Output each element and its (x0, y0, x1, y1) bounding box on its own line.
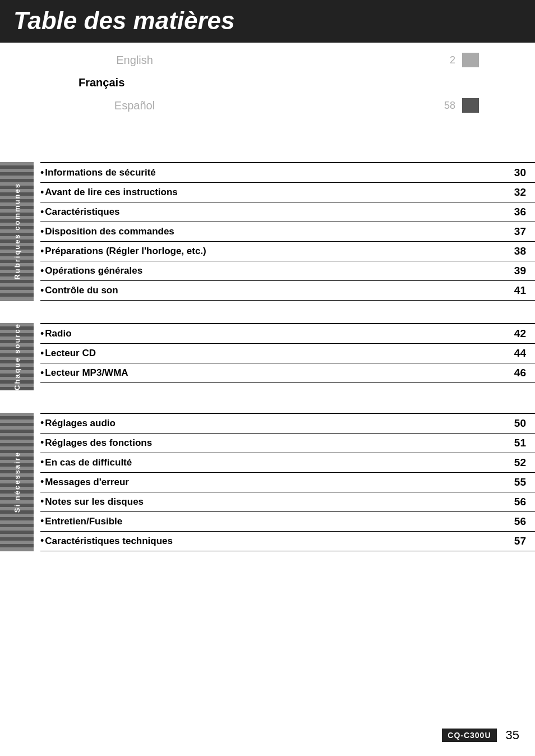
toc-row-3-3: • En cas de difficulté 52 (40, 453, 535, 473)
lang-page-espanol: 58 (427, 100, 455, 112)
bullet-1-6: • (40, 265, 44, 277)
language-toc: English 2 Français Español 58 (0, 43, 535, 123)
lang-entry-francais: Français (79, 72, 479, 94)
lang-page-english: 2 (427, 54, 455, 66)
sidebar-si-necessaire: Si nécessaire (0, 413, 34, 551)
toc-page-3-6: 56 (508, 515, 531, 528)
toc-row-3-2: • Réglages des fonctions 51 (40, 434, 535, 453)
section-rubriques-communes: Rubriques communes • Informations de séc… (0, 162, 535, 301)
toc-name-1-1: Informations de sécurité (45, 167, 508, 178)
toc-row-3-4: • Messages d'erreur 55 (40, 473, 535, 492)
toc-page-3-1: 50 (508, 417, 531, 430)
bullet-3-6: • (40, 515, 44, 527)
toc-row-1-3: • Caractéristiques 36 (40, 202, 535, 222)
lang-name-english: English (79, 54, 191, 67)
sidebar-label-text-3: Si nécessaire (13, 451, 21, 513)
toc-table-1: • Informations de sécurité 30 • Avant de… (40, 162, 535, 301)
toc-page-1-5: 38 (508, 245, 531, 257)
bullet-3-7: • (40, 535, 44, 547)
toc-name-1-3: Caractéristiques (45, 206, 508, 218)
toc-name-1-4: Disposition des commandes (45, 226, 508, 237)
main-content: Rubriques communes • Informations de séc… (0, 145, 535, 591)
toc-row-1-2: • Avant de lire ces instructions 32 (40, 183, 535, 202)
footer-page-number: 35 (506, 728, 519, 743)
page-title: Table des matières (13, 7, 522, 35)
toc-page-1-7: 41 (508, 284, 531, 297)
toc-row-1-4: • Disposition des commandes 37 (40, 222, 535, 242)
toc-page-1-3: 36 (508, 206, 531, 218)
section-chaque-source: Chaque source • Radio 42 • Lecteur CD 44… (0, 323, 535, 390)
toc-name-3-4: Messages d'erreur (45, 477, 508, 488)
footer-model: CQ-C300U (442, 729, 496, 742)
toc-page-2-2: 44 (508, 347, 531, 359)
toc-row-3-5: • Notes sur les disques 56 (40, 492, 535, 512)
toc-page-3-3: 52 (508, 457, 531, 469)
page-footer: CQ-C300U 35 (442, 728, 519, 743)
sidebar-rubriques-communes: Rubriques communes (0, 162, 34, 301)
bullet-1-7: • (40, 285, 44, 297)
toc-table-3: • Réglages audio 50 • Réglages des fonct… (40, 413, 535, 551)
toc-name-3-6: Entretien/Fusible (45, 516, 508, 527)
toc-page-3-2: 51 (508, 437, 531, 449)
toc-row-2-2: • Lecteur CD 44 (40, 344, 535, 363)
toc-page-1-6: 39 (508, 265, 531, 277)
bullet-1-5: • (40, 246, 44, 257)
toc-name-1-2: Avant de lire ces instructions (45, 187, 508, 198)
toc-name-2-2: Lecteur CD (45, 348, 508, 359)
lang-name-espanol: Español (79, 99, 191, 112)
bullet-3-4: • (40, 476, 44, 488)
toc-name-2-3: Lecteur MP3/WMA (45, 367, 508, 379)
toc-page-3-7: 57 (508, 535, 531, 547)
sidebar-chaque-source: Chaque source (0, 323, 34, 390)
toc-name-3-2: Réglages des fonctions (45, 437, 508, 449)
toc-page-3-5: 56 (508, 496, 531, 508)
toc-row-1-7: • Contrôle du son 41 (40, 281, 535, 301)
toc-name-3-1: Réglages audio (45, 418, 508, 429)
section-si-necessaire: Si nécessaire • Réglages audio 50 • Régl… (0, 413, 535, 551)
toc-row-1-5: • Préparations (Régler l'horloge, etc.) … (40, 242, 535, 261)
toc-page-2-3: 46 (508, 367, 531, 379)
bullet-3-1: • (40, 417, 44, 429)
bullet-2-3: • (40, 367, 44, 379)
toc-row-2-3: • Lecteur MP3/WMA 46 (40, 363, 535, 383)
toc-page-3-4: 55 (508, 476, 531, 488)
bullet-2-1: • (40, 328, 44, 340)
lang-bar-espanol (462, 98, 479, 113)
lang-name-francais: Français (79, 76, 191, 89)
toc-name-1-7: Contrôle du son (45, 285, 508, 296)
toc-row-3-1: • Réglages audio 50 (40, 414, 535, 434)
sidebar-label-text-2: Chaque source (13, 323, 21, 390)
toc-name-3-5: Notes sur les disques (45, 496, 508, 508)
bullet-1-3: • (40, 206, 44, 218)
bullet-1-2: • (40, 187, 44, 199)
toc-page-2-1: 42 (508, 328, 531, 340)
bullet-1-1: • (40, 167, 44, 179)
toc-row-1-6: • Opérations générales 39 (40, 261, 535, 281)
toc-row-3-6: • Entretien/Fusible 56 (40, 512, 535, 532)
page-header: Table des matières (0, 0, 535, 43)
sidebar-label-text-1: Rubriques communes (13, 183, 21, 280)
bullet-2-2: • (40, 348, 44, 359)
toc-page-1-1: 30 (508, 167, 531, 179)
lang-entry-english: English 2 (79, 48, 479, 72)
bullet-3-2: • (40, 437, 44, 449)
lang-bar-english (462, 53, 479, 67)
toc-name-3-3: En cas de difficulté (45, 457, 508, 468)
toc-page-1-2: 32 (508, 186, 531, 199)
toc-row-3-7: • Caractéristiques techniques 57 (40, 532, 535, 551)
toc-name-1-5: Préparations (Régler l'horloge, etc.) (45, 246, 508, 257)
bullet-3-5: • (40, 496, 44, 508)
toc-name-3-7: Caractéristiques techniques (45, 536, 508, 547)
toc-row-1-1: • Informations de sécurité 30 (40, 163, 535, 183)
toc-page-1-4: 37 (508, 225, 531, 238)
toc-table-2: • Radio 42 • Lecteur CD 44 • Lecteur MP3… (40, 323, 535, 390)
toc-row-2-1: • Radio 42 (40, 324, 535, 344)
bullet-3-3: • (40, 457, 44, 468)
toc-name-1-6: Opérations générales (45, 265, 508, 276)
toc-name-2-1: Radio (45, 328, 508, 339)
lang-entry-espanol: Español 58 (79, 94, 479, 117)
bullet-1-4: • (40, 226, 44, 238)
